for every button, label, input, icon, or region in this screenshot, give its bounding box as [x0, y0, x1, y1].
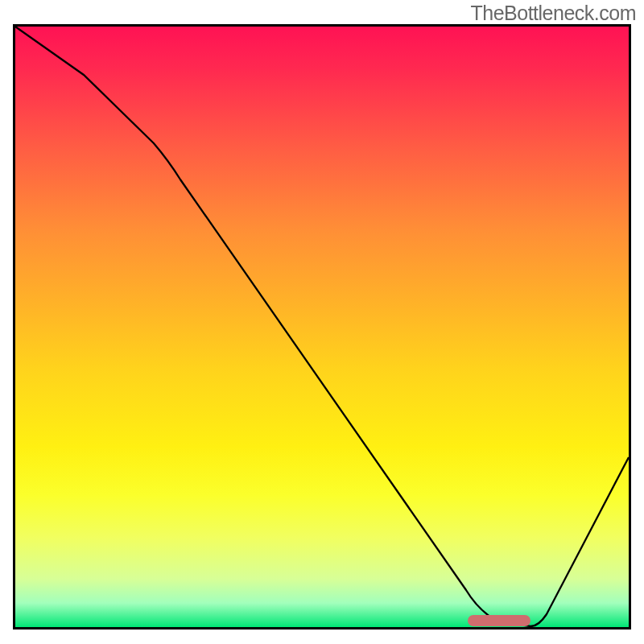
watermark-text: TheBottleneck.com — [471, 2, 637, 25]
optimal-range-marker — [468, 615, 530, 626]
heat-gradient — [15, 27, 629, 627]
plot-area — [13, 24, 631, 630]
chart-container: TheBottleneck.com — [0, 0, 644, 644]
